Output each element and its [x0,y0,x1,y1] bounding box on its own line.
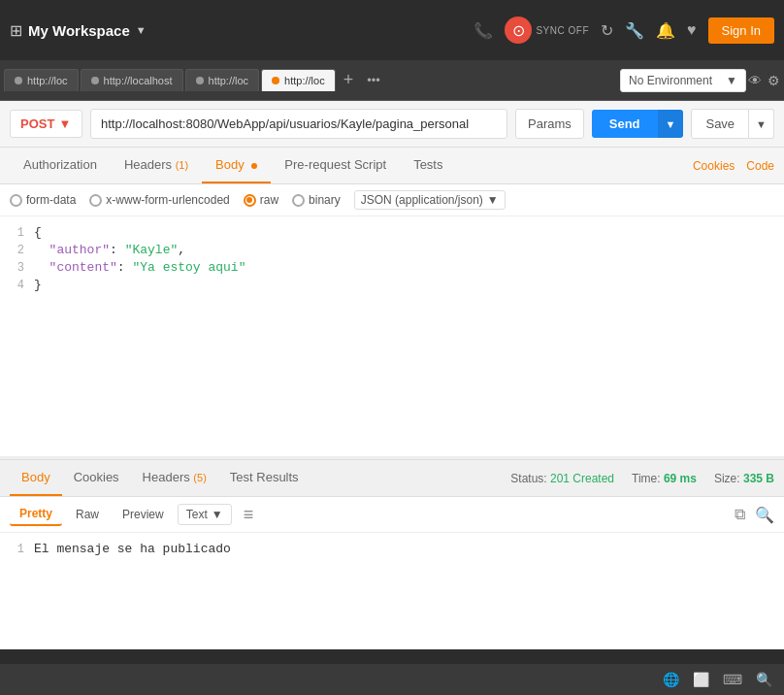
code-line-2: 2 "author": "Kayle", [0,242,784,259]
tab-tests[interactable]: Tests [400,148,456,183]
url-input[interactable] [90,109,507,139]
wrench-icon[interactable]: 🔧 [625,21,644,40]
tab-body-label: Body [215,157,245,172]
layout-icon[interactable]: ⬜ [693,672,709,687]
globe-icon[interactable]: 🌐 [663,672,679,687]
tab-authorization-label: Authorization [23,157,97,172]
code-link[interactable]: Code [746,159,774,173]
body-type-raw[interactable]: raw [244,193,278,207]
tab-1[interactable]: http://loc [4,69,79,91]
preview-button[interactable]: Preview [113,504,174,525]
env-chevron-icon: ▼ [726,74,737,87]
status-value: 201 Created [550,472,614,485]
copy-icon[interactable]: ⧉ [735,506,745,524]
line-num-2: 2 [0,242,34,259]
tab-4[interactable]: http://loc [261,69,336,91]
tab-2[interactable]: http://localhost [81,69,183,91]
env-gear-icon[interactable]: ⚙ [768,73,780,88]
tab-headers-label: Headers (1) [124,157,188,172]
req-tabs-right: Cookies Code [693,159,774,173]
env-label: No Environment [629,74,712,87]
radio-formdata-dot [10,194,22,207]
resp-tab-cookies[interactable]: Cookies [62,460,131,496]
method-select[interactable]: POST ▼ [10,110,82,138]
resp-tab-body-label: Body [21,470,50,484]
request-bar: POST ▼ Params Send ▼ Save ▼ [0,101,784,148]
workspace-title: My Workspace [28,22,130,39]
keyboard-icon[interactable]: ⌨ [723,672,742,687]
tab-prerequest-label: Pre-request Script [284,157,386,172]
environment-select[interactable]: No Environment ▼ [620,69,746,92]
response-status: Status: 201 Created Time: 69 ms Size: 33… [510,472,774,485]
resp-tab-headers[interactable]: Headers (5) [131,460,218,496]
topbar-icons: 📞 ⊙ SYNC OFF ↻ 🔧 🔔 ♥ Sign In [474,17,774,44]
tab-more-button[interactable]: ••• [361,73,386,87]
radio-urlencoded-label: x-www-form-urlencoded [106,193,229,207]
body-type-urlencoded[interactable]: x-www-form-urlencoded [89,193,229,207]
method-chevron-icon: ▼ [58,116,71,131]
json-type-select[interactable]: JSON (application/json) ▼ [354,190,506,210]
send-chevron-button[interactable]: ▼ [658,110,684,138]
sync-button[interactable]: ⊙ SYNC OFF [505,17,589,44]
env-eye-icon[interactable]: 👁 [748,73,762,88]
json-type-label: JSON (application/json) [361,193,483,207]
radio-urlencoded-dot [89,194,102,207]
refresh-icon[interactable]: ↻ [601,21,613,40]
line-content-1: { [34,224,42,242]
pretty-button[interactable]: Pretty [10,503,62,526]
topbar: ⊞ My Workspace ▼ 📞 ⊙ SYNC OFF ↻ 🔧 🔔 ♥ Si… [0,0,784,60]
radio-formdata-label: form-data [26,193,76,207]
tab-3[interactable]: http://loc [185,69,260,91]
line-content-4: } [34,277,42,294]
tab-authorization[interactable]: Authorization [10,148,111,183]
tab-prerequest[interactable]: Pre-request Script [271,148,400,183]
resp-tab-body[interactable]: Body [10,460,62,496]
status-label: Status: 201 Created [510,472,614,485]
tab-label-2: http://localhost [104,75,173,86]
sync-circle-icon: ⊙ [505,17,532,44]
response-body-options: Pretty Raw Preview Text ▼ ≡ ⧉ 🔍 [0,497,784,533]
cookies-link[interactable]: Cookies [693,159,735,173]
text-type-select[interactable]: Text ▼ [178,504,232,525]
response-tabs-bar: Body Cookies Headers (5) Test Results St… [0,459,784,497]
search-bottom-icon[interactable]: 🔍 [756,672,772,687]
radio-raw-dot [244,194,256,207]
tabs-bar: http://loc http://localhost http://loc h… [0,60,784,101]
tab-add-button[interactable]: + [338,70,360,90]
body-types: form-data x-www-form-urlencoded raw bina… [0,184,784,216]
params-button[interactable]: Params [515,109,584,139]
grid-icon: ⊞ [10,21,22,40]
resp-tab-testresults-label: Test Results [230,470,299,484]
tab-tests-label: Tests [413,157,442,172]
line-num-1: 1 [0,224,34,242]
tab-headers[interactable]: Headers (1) [111,148,202,183]
code-editor[interactable]: 1 { 2 "author": "Kayle", 3 "content": "Y… [0,216,784,459]
tab-label-4: http://loc [284,75,325,86]
tab-body[interactable]: Body [202,148,271,183]
sign-in-button[interactable]: Sign In [708,17,774,44]
code-line-1: 1 { [0,224,784,242]
bell-icon[interactable]: 🔔 [656,21,675,40]
phone-icon[interactable]: 📞 [474,21,493,40]
body-type-binary[interactable]: binary [292,193,341,207]
raw-button[interactable]: Raw [66,504,109,525]
heart-icon[interactable]: ♥ [687,21,697,39]
size-value: 335 B [743,472,774,485]
tab-dot-1 [15,77,22,84]
radio-binary-dot [292,194,305,207]
save-chevron-button[interactable]: ▼ [749,109,774,139]
line-content-2: "author": "Kayle", [34,242,185,259]
radio-raw-inner [246,197,252,203]
resp-tab-testresults[interactable]: Test Results [218,460,310,496]
workspace-chevron-icon[interactable]: ▼ [136,24,147,36]
send-button[interactable]: Send [592,110,658,138]
filter-icon[interactable]: ≡ [244,505,254,525]
code-line-4: 4 } [0,277,784,294]
resp-tab-cookies-label: Cookies [74,470,119,484]
body-type-formdata[interactable]: form-data [10,193,76,207]
search-icon[interactable]: 🔍 [755,506,774,524]
save-button[interactable]: Save [691,109,749,139]
line-num-4: 4 [0,277,34,294]
method-label: POST [20,116,54,131]
line-content-3: "content": "Ya estoy aqui" [34,259,245,277]
